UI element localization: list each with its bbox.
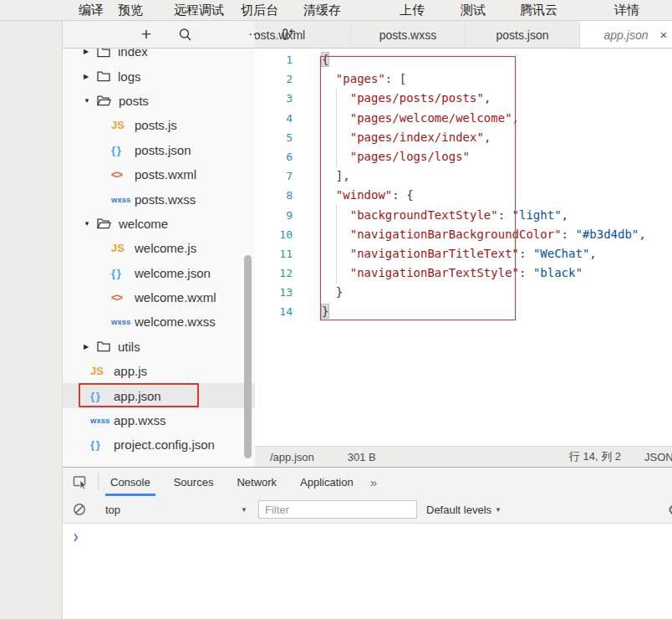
tree-file-welcome-json[interactable]: { } welcome.json (63, 261, 255, 285)
wxss-file-icon: wxss (90, 416, 112, 425)
json-file-icon: { } (111, 144, 133, 156)
code-line: 10 "navigationBarBackgroundColor": "#b3d… (255, 225, 672, 244)
add-file-icon[interactable]: + (136, 21, 156, 48)
inspect-element-icon[interactable] (63, 468, 98, 496)
devtools-tab-network[interactable]: Network (232, 468, 282, 496)
folder-closed-icon (97, 49, 110, 58)
log-levels-dropdown[interactable]: Default levels ▼ (426, 504, 501, 516)
console-input-area[interactable]: ❯ (63, 524, 672, 619)
code-lines: 1{ 2 "pages": [ 3 "pages/posts/posts", 4… (255, 50, 672, 322)
code-line: 4 "pages/welcome/welcome", (255, 109, 672, 128)
simulator-panel-edge (0, 21, 63, 619)
toolbar-item-background[interactable]: 切后台 (241, 1, 278, 19)
tree-file-welcome-wxml[interactable]: <> welcome.wxml (63, 285, 255, 310)
wxml-file-icon: <> (111, 291, 133, 304)
tree-file-app-wxss[interactable]: wxss app.wxss (63, 408, 255, 432)
code-line: 9 "backgroundTextStyle": "light", (255, 206, 672, 225)
main-toolbar: 编译 预览 远程调试 切后台 清缓存 上传 测试 腾讯云 详情 (0, 0, 672, 21)
tree-folder-utils[interactable]: ▶ utils (63, 335, 255, 359)
chevron-down-icon: ▼ (495, 506, 501, 514)
status-file-path: /app.json (270, 451, 314, 463)
tree-folder-posts[interactable]: ▼ posts (63, 89, 255, 113)
tree-folder-index[interactable]: ▶ index (63, 49, 255, 64)
chevron-right-icon[interactable]: ▶ (84, 343, 92, 350)
devtools-tab-sources[interactable]: Sources (169, 468, 219, 496)
code-line: 3 "pages/posts/posts", (255, 89, 672, 108)
json-file-icon: { } (111, 267, 133, 279)
devtools-panel: Console Sources Network Application » to… (63, 467, 672, 619)
clear-console-icon[interactable] (63, 503, 96, 516)
js-file-icon: JS (111, 242, 133, 254)
code-line: 6 "pages/logs/logs" (255, 147, 672, 166)
tab-app-json-active[interactable]: app.json × (580, 21, 672, 48)
tree-file-welcome-js[interactable]: JS welcome.js (63, 236, 255, 260)
code-line: 8 "window": { (255, 186, 672, 205)
toolbar-item-upload[interactable]: 上传 (400, 1, 425, 19)
tab-posts-wxss[interactable]: posts.wxss (351, 21, 466, 48)
tree-file-posts-js[interactable]: JS posts.js (63, 113, 255, 137)
tree-file-posts-json[interactable]: { } posts.json (63, 138, 255, 162)
console-prompt-icon: ❯ (73, 531, 79, 543)
tree-file-welcome-wxss[interactable]: wxss welcome.wxss (63, 310, 255, 334)
folder-open-icon (97, 95, 111, 106)
folder-open-icon (97, 217, 111, 229)
toolbar-item-remote-debug[interactable]: 远程调试 (174, 1, 224, 19)
devtools-tab-application[interactable]: Application (295, 468, 359, 496)
json-file-icon: { } (90, 438, 112, 451)
code-line: 12 "navigationBarTextStyle": "black" (255, 263, 672, 283)
js-file-icon: JS (90, 365, 112, 377)
tab-posts-wxml[interactable]: posts.wxml (255, 21, 351, 48)
chevron-right-icon[interactable]: ▶ (84, 49, 92, 55)
toolbar-item-preview[interactable]: 预览 (118, 1, 143, 19)
code-line: 2 "pages": [ (255, 69, 672, 89)
chevron-down-icon: ▼ (241, 506, 247, 514)
status-file-size: 301 B (348, 451, 376, 463)
search-icon[interactable] (175, 21, 195, 48)
wxss-file-icon: wxss (111, 317, 133, 326)
wxml-file-icon: <> (111, 168, 133, 181)
toolbar-item-tencent-cloud[interactable]: 腾讯云 (520, 1, 557, 19)
execution-context-dropdown[interactable]: top ▼ (105, 504, 247, 516)
wxss-file-icon: wxss (111, 195, 133, 204)
tree-file-project-config-json[interactable]: { } project.config.json (63, 432, 255, 457)
folder-closed-icon (97, 70, 110, 82)
editor-status-bar: /app.json 301 B 行 14, 列 2 JSON (255, 446, 672, 467)
close-tab-icon[interactable]: × (658, 28, 669, 42)
tree-file-posts-wxss[interactable]: wxss posts.wxss (63, 187, 255, 211)
js-file-icon: JS (111, 119, 133, 131)
more-tabs-icon[interactable]: » (365, 468, 382, 496)
devtools-tab-console[interactable]: Console (105, 468, 155, 496)
code-line: 1{ (255, 50, 672, 69)
code-line: 11 "navigationBarTitleText": "WeChat", (255, 244, 672, 263)
folder-closed-icon (97, 340, 110, 352)
code-editor[interactable]: 1{ 2 "pages": [ 3 "pages/posts/posts", 4… (255, 49, 672, 446)
toolbar-item-test[interactable]: 测试 (461, 1, 486, 19)
tree-file-posts-wxml[interactable]: <> posts.wxml (63, 162, 255, 187)
file-tree: ▶ index ▶ logs ▼ posts JS posts.js { } p… (63, 49, 255, 467)
console-filter-input[interactable] (258, 500, 417, 519)
code-line: 5 "pages/index/index", (255, 128, 672, 147)
chevron-right-icon[interactable]: ▶ (84, 73, 92, 80)
tree-folder-welcome[interactable]: ▼ welcome (63, 212, 255, 236)
file-tree-toolbar: + ⋯ (63, 21, 255, 48)
tree-folder-logs[interactable]: ▶ logs (63, 64, 255, 88)
chevron-down-icon[interactable]: ▼ (84, 97, 92, 105)
toolbar-item-clear-cache[interactable]: 清缓存 (303, 1, 341, 19)
status-language-mode: JSON (644, 451, 672, 463)
tree-file-app-js[interactable]: JS app.js (63, 359, 255, 383)
toolbar-item-details[interactable]: 详情 (614, 1, 639, 19)
code-line: 14} (255, 302, 672, 321)
chevron-down-icon[interactable]: ▼ (84, 220, 92, 228)
status-cursor-position: 行 14, 列 2 (569, 449, 621, 464)
settings-gear-icon[interactable]: ⚙ (668, 502, 672, 518)
open-file-tabs: posts.wxml posts.wxss posts.json app.jso… (255, 21, 672, 48)
toolbar-item-compile[interactable]: 编译 (79, 1, 104, 19)
tree-file-app-json-selected[interactable]: { } app.json (63, 383, 255, 407)
code-line: 13 } (255, 283, 672, 302)
code-line: 7 ], (255, 166, 672, 186)
json-file-icon: { } (90, 390, 112, 402)
console-toolbar: top ▼ Default levels ▼ ⚙ (63, 496, 672, 524)
tree-scrollbar-thumb[interactable] (244, 255, 252, 458)
tab-posts-json[interactable]: posts.json (466, 21, 580, 48)
editor-tab-strip: + ⋯ posts.wxml posts.wxss posts.json app… (63, 21, 672, 49)
